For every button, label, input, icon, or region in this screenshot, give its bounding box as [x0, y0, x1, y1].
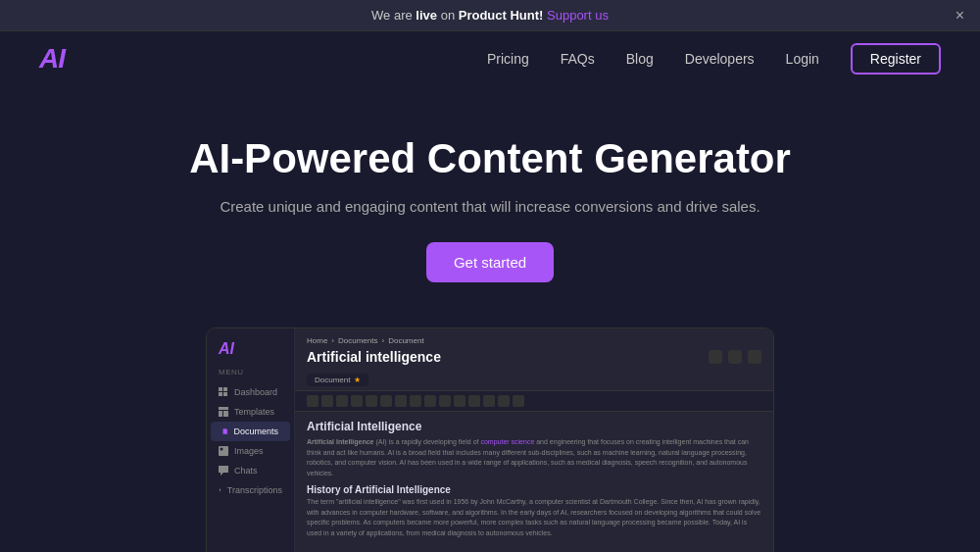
register-button[interactable]: Register: [851, 43, 941, 75]
banner-support-link[interactable]: Support us: [547, 8, 609, 23]
document-title: Artificial intelligence: [307, 349, 441, 365]
fmt-underline[interactable]: [336, 395, 348, 407]
app-preview: AI MENU Dashboard Templates Documents Im…: [206, 327, 774, 552]
content-link-cs: computer science: [480, 438, 534, 445]
doc-toolbar-icons: [709, 350, 761, 364]
formatting-toolbar: [295, 390, 773, 412]
svg-rect-0: [219, 387, 222, 391]
fmt-align-center[interactable]: [468, 395, 480, 407]
doc-tab-label: Document: [315, 376, 350, 384]
documents-icon: [222, 427, 227, 436]
svg-rect-5: [219, 411, 222, 417]
nav-item-blog[interactable]: Blog: [626, 50, 654, 68]
fmt-align-right[interactable]: [483, 395, 495, 407]
fmt-ol[interactable]: [439, 395, 451, 407]
svg-rect-3: [223, 392, 227, 396]
fmt-h4[interactable]: [410, 395, 421, 407]
breadcrumb-documents: Documents: [338, 336, 377, 345]
banner-text: We are live on Product Hunt! Support us: [371, 8, 609, 23]
sidebar-item-label: Chats: [234, 466, 258, 476]
document-tab[interactable]: Document ★: [307, 374, 368, 386]
transcriptions-icon: [219, 485, 221, 495]
logo[interactable]: AI: [39, 43, 65, 75]
document-content: Artificial Intelligence Artificial Intel…: [295, 412, 773, 546]
svg-rect-1: [223, 387, 227, 391]
sidebar-item-label: Documents: [233, 427, 278, 436]
nav-item-register[interactable]: Register: [851, 43, 941, 75]
nav-item-developers[interactable]: Developers: [685, 50, 755, 68]
navbar: AI Pricing FAQs Blog Developers Login Re…: [0, 31, 980, 86]
sidebar-item-transcriptions[interactable]: Transcriptions: [207, 480, 294, 500]
sidebar-item-dashboard[interactable]: Dashboard: [207, 382, 294, 402]
fmt-h2[interactable]: [380, 395, 392, 407]
fmt-strikethrough[interactable]: [351, 395, 363, 407]
toolbar-icon-1[interactable]: [709, 350, 722, 364]
fmt-ul[interactable]: [424, 395, 436, 407]
fmt-h1[interactable]: [366, 395, 377, 407]
svg-point-8: [220, 448, 223, 451]
app-sidebar: AI MENU Dashboard Templates Documents Im…: [207, 328, 295, 552]
breadcrumb-home: Home: [307, 336, 327, 345]
breadcrumb-document: Document: [388, 336, 423, 345]
hero-section: AI-Powered Content Generator Create uniq…: [0, 86, 980, 312]
nav-item-faqs[interactable]: FAQs: [561, 50, 595, 68]
images-icon: [219, 446, 228, 456]
content-heading-1: Artificial Intelligence: [307, 420, 761, 433]
fmt-link[interactable]: [498, 395, 510, 407]
get-started-button[interactable]: Get started: [426, 242, 554, 282]
nav-link-pricing[interactable]: Pricing: [487, 51, 529, 67]
announcement-banner: We are live on Product Hunt! Support us …: [0, 0, 980, 31]
nav-link-faqs[interactable]: FAQs: [561, 51, 595, 67]
chats-icon: [219, 466, 228, 476]
login-button[interactable]: Login: [786, 51, 819, 67]
nav-item-pricing[interactable]: Pricing: [487, 50, 529, 68]
svg-rect-6: [223, 411, 228, 417]
sidebar-item-label: Dashboard: [234, 387, 277, 397]
banner-hunt: Product Hunt!: [459, 8, 544, 23]
sidebar-item-templates[interactable]: Templates: [207, 402, 294, 422]
content-bold-ai: Artificial Intelligence: [307, 438, 373, 445]
sidebar-item-documents[interactable]: Documents: [211, 422, 290, 441]
content-paragraph-1: Artificial Intelligence (AI) is a rapidl…: [307, 437, 761, 478]
fmt-code[interactable]: [513, 395, 524, 407]
nav-links: Pricing FAQs Blog Developers Login Regis…: [487, 43, 941, 75]
templates-icon: [219, 407, 228, 417]
doc-star-icon: ★: [354, 376, 361, 384]
fmt-h3[interactable]: [395, 395, 407, 407]
fmt-bold[interactable]: [307, 395, 318, 407]
fmt-italic[interactable]: [321, 395, 333, 407]
content-paragraph-2: The term "artificial intelligence" was f…: [307, 497, 761, 538]
svg-rect-2: [219, 392, 222, 396]
sidebar-item-images[interactable]: Images: [207, 441, 294, 461]
fmt-align-left[interactable]: [454, 395, 466, 407]
hero-title: AI-Powered Content Generator: [20, 135, 960, 182]
toolbar-icon-2[interactable]: [728, 350, 742, 364]
nav-link-blog[interactable]: Blog: [626, 51, 654, 67]
svg-rect-9: [220, 489, 220, 491]
nav-item-login[interactable]: Login: [786, 50, 819, 68]
banner-close-button[interactable]: ×: [956, 7, 964, 25]
svg-rect-4: [219, 407, 228, 410]
content-heading-2: History of Artificial Intelligence: [307, 484, 761, 495]
sidebar-menu-label: MENU: [207, 368, 294, 376]
sidebar-item-label: Templates: [234, 407, 274, 417]
sidebar-logo: AI: [207, 340, 294, 358]
toolbar-icon-3[interactable]: [748, 350, 761, 364]
svg-rect-7: [219, 446, 228, 456]
sidebar-item-label: Images: [234, 446, 264, 456]
banner-live: live: [416, 8, 437, 23]
breadcrumb: Home › Documents › Document: [295, 328, 773, 349]
hero-subtitle: Create unique and engaging content that …: [20, 198, 960, 215]
app-main-content: Home › Documents › Document Artificial i…: [295, 328, 773, 552]
sidebar-item-chats[interactable]: Chats: [207, 461, 294, 480]
grid-icon: [219, 387, 228, 397]
sidebar-item-label: Transcriptions: [227, 485, 282, 495]
nav-link-developers[interactable]: Developers: [685, 51, 755, 67]
